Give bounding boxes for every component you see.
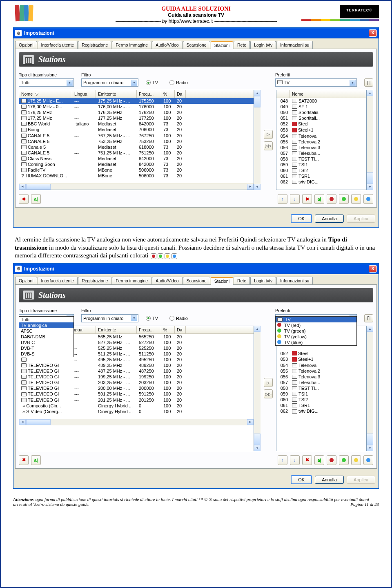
dropdown-option[interactable]: TV analogica: [19, 322, 74, 328]
table-row[interactable]: TELEVIDEO GI---487,25 MHz - ...487250100…: [19, 368, 254, 374]
tab-registrazione[interactable]: Registrazione: [78, 277, 111, 284]
tab-scansione[interactable]: Scansione: [183, 41, 210, 49]
tab-login-tvtv[interactable]: Login tvtv: [250, 41, 276, 49]
radio-radio[interactable]: Radio: [169, 80, 188, 85]
table-row[interactable]: FacileTVMBone5060007320: [19, 167, 254, 173]
right-table[interactable]: Nome 048SAT2000049SF 1050Sportitalia051S…: [276, 90, 367, 190]
table-row[interactable]: 056Telenova 3: [276, 374, 366, 380]
table-row[interactable]: 050Sportitalia: [276, 110, 366, 115]
table-row[interactable]: 176,00 MHz - 0...---176,00 MHz - ...1760…: [19, 104, 254, 110]
tab-registrazione[interactable]: Registrazione: [78, 41, 111, 49]
dropdown-option[interactable]: TV (yellow): [276, 334, 356, 340]
yellow-dot-button[interactable]: [351, 455, 361, 465]
scrollbar-v[interactable]: ▲▼: [367, 326, 373, 451]
table-row[interactable]: 048SAT2000: [276, 98, 366, 104]
titlebar[interactable]: ⚙ Impostazioni X: [13, 28, 379, 38]
dropdown-option[interactable]: TV (blue): [276, 340, 356, 345]
table-row[interactable]: 052Steel: [276, 121, 366, 127]
tab-stazioni[interactable]: Stazioni: [211, 41, 233, 49]
edit-button[interactable]: a|: [314, 194, 324, 204]
table-row[interactable]: 059TSI1: [276, 391, 366, 397]
table-row[interactable]: CANALE 5---753,25 MHz75325010020: [19, 139, 254, 144]
blue-dot-button[interactable]: [363, 194, 373, 204]
left-table[interactable]: Nome ▽ Lingua Emittente Frequ... % Da 17…: [19, 90, 254, 190]
filtro-dropdown[interactable]: Programmi in chiaro▼: [81, 314, 138, 322]
dropdown-option[interactable]: DAB/T-DMB: [19, 334, 74, 340]
edit-button[interactable]: a|: [314, 455, 324, 465]
red-dot-button[interactable]: [327, 455, 336, 465]
move-up-button[interactable]: ↑: [278, 455, 287, 465]
table-row[interactable]: TELEVIDEO GI---200,00 MHz - ...200000100…: [19, 385, 254, 391]
table-row[interactable]: Coming SoonMediaset8420007320: [19, 161, 254, 167]
tab-interfaccia-utente[interactable]: Interfaccia utente: [38, 277, 78, 284]
table-row[interactable]: 057Telesuba...: [276, 380, 366, 385]
tv-radio[interactable]: TV: [146, 316, 158, 321]
tab-stazioni[interactable]: Stazioni: [211, 277, 233, 285]
move-up-button[interactable]: ↑: [278, 194, 287, 204]
table-row[interactable]: Class NewsMediaset8420007320: [19, 156, 254, 161]
table-row[interactable]: 053Steel+1: [276, 127, 366, 133]
tab-rete[interactable]: Rete: [234, 277, 250, 284]
add-all-button[interactable]: ▷▷: [264, 141, 273, 150]
tab-fermo-immagine[interactable]: Fermo immagine: [112, 41, 151, 49]
dropdown-option[interactable]: TV (green): [276, 328, 356, 334]
add-button[interactable]: ▷: [264, 130, 273, 139]
table-row[interactable]: --495,25 MHz - ...49525010020: [19, 357, 254, 362]
scrollbar-h[interactable]: ◄►: [19, 183, 254, 190]
table-row[interactable]: 058TEST TI...: [276, 385, 366, 391]
dropdown-option[interactable]: DVB-T: [19, 345, 74, 351]
table-row[interactable]: » Composito (Cin...Cinergy Hybrid ...010…: [19, 403, 254, 409]
dropdown-option[interactable]: Tutti: [19, 317, 74, 322]
table-row[interactable]: TELEVIDEO GI---203,25 MHz - ...203250100…: [19, 380, 254, 385]
dropdown-option[interactable]: TV (red): [276, 322, 356, 328]
radio-radio[interactable]: Radio: [169, 316, 188, 321]
table-row[interactable]: 058TEST TI...: [276, 156, 366, 162]
add-button[interactable]: ▷: [264, 378, 273, 387]
table-row[interactable]: 057Telesuba...: [276, 150, 366, 156]
move-down-button[interactable]: ↓: [290, 194, 300, 204]
ok-button[interactable]: OK: [291, 214, 312, 223]
tab-scansione[interactable]: Scansione: [183, 277, 210, 284]
table-row[interactable]: ?HUMAX DOWNLO...MBone5060007320: [19, 173, 254, 179]
preferiti-dropdown-list[interactable]: TV TV (red) TV (green) TV (yellow) TV (b…: [275, 316, 357, 346]
scrollbar-v[interactable]: ▲▼: [367, 90, 373, 190]
green-dot-button[interactable]: [339, 194, 349, 204]
table-row[interactable]: 176,25 MHz---176,25 MHz17625010020: [19, 110, 254, 115]
titlebar[interactable]: ⚙ Impostazioni X: [13, 264, 379, 274]
add-all-button[interactable]: ▷▷: [264, 389, 273, 398]
tab-interfaccia-utente[interactable]: Interfaccia utente: [38, 41, 78, 49]
tab-opzioni[interactable]: Opzioni: [15, 277, 37, 284]
ok-button[interactable]: OK: [291, 475, 312, 484]
table-row[interactable]: TELEVIDEO GI---199,25 MHz - ...199250100…: [19, 374, 254, 380]
yellow-dot-button[interactable]: [351, 194, 361, 204]
close-icon[interactable]: X: [369, 29, 377, 37]
remove-button[interactable]: ✖: [302, 194, 312, 204]
preferiti-extra-button[interactable]: |˙|: [364, 78, 373, 87]
scrollbar-v[interactable]: ▲▼: [254, 90, 261, 190]
table-row[interactable]: 049SF 1: [276, 104, 366, 110]
close-icon[interactable]: X: [369, 265, 377, 273]
red-dot-button[interactable]: [327, 194, 336, 204]
table-row[interactable]: 061TSR1: [276, 402, 366, 408]
table-row[interactable]: 175,25 MHz - E...---175,25 MHz - ...1752…: [19, 98, 254, 104]
table-row[interactable]: TELEVIDEO GI---201,25 MHz - ...201250100…: [19, 397, 254, 403]
blue-dot-button[interactable]: [363, 455, 373, 465]
green-dot-button[interactable]: [339, 455, 349, 465]
tab-informazioni-su[interactable]: Informazioni su: [276, 41, 313, 49]
tab-fermo-immagine[interactable]: Fermo immagine: [112, 277, 151, 284]
table-row[interactable]: BBC WorldItalianoMediaset8420007320: [19, 121, 254, 127]
table-row[interactable]: 056Telenova 3: [276, 145, 366, 150]
table-row[interactable]: 061TSR1: [276, 173, 366, 179]
tab-audio/video[interactable]: Audio/Video: [152, 277, 182, 284]
preferiti-dropdown[interactable]: TV▼: [275, 78, 357, 87]
cancel-button[interactable]: Annulla: [315, 215, 344, 223]
table-row[interactable]: 059TSI1: [276, 162, 366, 168]
table-row[interactable]: 054Telenova: [276, 133, 366, 139]
tv-radio[interactable]: TV: [146, 80, 158, 85]
preferiti-extra-button[interactable]: |˙|: [364, 314, 373, 322]
table-row[interactable]: 060TSI2: [276, 168, 366, 173]
table-row[interactable]: 053Steel+1: [276, 356, 366, 362]
table-row[interactable]: 177,25 MHz---177,25 MHz17725010020: [19, 115, 254, 121]
table-row[interactable]: TELEVIDEO GI---489,25 MHz48925010020: [19, 362, 254, 368]
remove-button[interactable]: ✖: [302, 455, 312, 465]
